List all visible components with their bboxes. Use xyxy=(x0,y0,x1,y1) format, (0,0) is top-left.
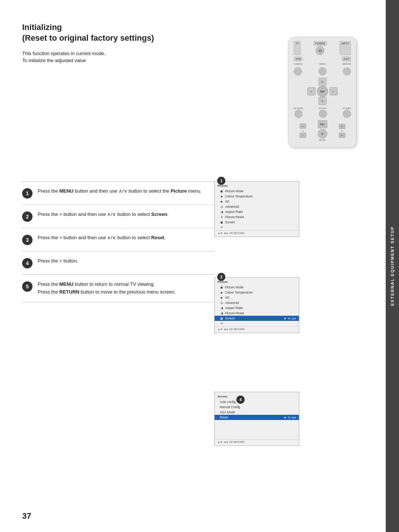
remote-control: TV POWER ⏻ INPUT STB DVD Q.MENU MENU SIM… xyxy=(288,37,362,148)
menu1-item-4: ◎ Advanced xyxy=(215,204,299,209)
xstudio-button[interactable] xyxy=(319,110,327,118)
menu1-item-3: ■ XD xyxy=(215,199,299,204)
sidebar-label-text: External Equipment Setup xyxy=(390,226,395,306)
menu2-item-5: ◑ Aspect Ratio xyxy=(215,305,299,311)
menu1-item-7: ▣ Screen xyxy=(215,220,299,225)
menu2-item-1: ▣ Picture Mode xyxy=(215,285,299,290)
step-2: 2 Press the > button and then use ∧/∨ bu… xyxy=(22,204,214,228)
menu1-item-1: ▣ Picture Mode xyxy=(215,189,299,194)
circle-label-1: 1 xyxy=(217,177,225,185)
step-3-text: Press the > button and then use ∧/∨ butt… xyxy=(38,234,166,242)
page-up-button[interactable]: ∧ xyxy=(339,124,345,129)
circle-label-2: 2 xyxy=(217,273,225,281)
return-button[interactable] xyxy=(294,110,303,118)
menu2-item-2: ■ Colour Temperature xyxy=(215,290,299,295)
return-label: RETURN xyxy=(294,107,303,109)
menu1-header: Picture xyxy=(215,183,299,189)
menu-label: MENU xyxy=(319,63,326,65)
menu-button[interactable] xyxy=(318,67,327,75)
step-3: 3 Press the > button and then use ∧/∨ bu… xyxy=(22,228,214,251)
step-2-text: Press the > button and then use ∧/∨ butt… xyxy=(38,211,168,218)
power-button[interactable]: POWER xyxy=(313,41,327,46)
menu3-item-1: Auto config. xyxy=(215,399,299,404)
remote-body: TV POWER ⏻ INPUT STB DVD Q.MENU MENU SIM… xyxy=(288,37,357,148)
nav-up-button[interactable]: ∧ xyxy=(318,78,327,86)
sidebar-tab: External Equipment Setup xyxy=(386,0,399,532)
menu2-item-7-highlighted: ▣ Screen ► To Set xyxy=(215,316,299,321)
menu2-item-6: ◑ Picture Reset xyxy=(215,311,299,316)
step-4-text: Press the > button. xyxy=(38,257,78,265)
vol-up-button[interactable]: + xyxy=(300,123,306,129)
menu1-footer: ▲▼ ◄► OK RETURN xyxy=(215,230,299,235)
menu3-footer: ▲▼ ◄► OK RETURN xyxy=(215,439,299,444)
xstudio-label: XSTUDIO xyxy=(319,107,327,109)
page-number: 37 xyxy=(22,511,31,521)
menu1-item-5: ◑ Aspect Ratio xyxy=(215,209,299,214)
menu3-header: Screen xyxy=(215,394,299,399)
menu2-footer: ▲▼ ◄► OK RETURN xyxy=(215,326,299,331)
menu2-header: Picture xyxy=(215,279,299,285)
volume-controls: + ◁ − xyxy=(300,123,306,138)
menu3-item-3: XGA Mode xyxy=(215,410,299,415)
nav-pad: ∧ ＜ OK ＞ ∨ xyxy=(294,78,351,105)
menu1-item-8: ↩ xyxy=(215,225,299,230)
vol-down-button[interactable]: − xyxy=(300,133,306,138)
fav-button[interactable]: FAV xyxy=(318,120,327,128)
menu3-item-2: Manual Config. xyxy=(215,404,299,410)
page-controls: ∧ P ∨ xyxy=(339,124,345,138)
simplink-button[interactable] xyxy=(343,67,351,75)
step-5-text: Press the MENU button to return to norma… xyxy=(38,281,176,296)
stb-button[interactable]: STB xyxy=(294,57,303,61)
menu1-item-6: ✦ Picture Reset xyxy=(215,214,299,220)
step-5: 5 Press the MENU button to return to nor… xyxy=(22,274,214,302)
tv-button[interactable]: TV xyxy=(294,41,301,55)
menu2-item-3: ■ XD xyxy=(215,295,299,300)
qmenu-button[interactable] xyxy=(294,67,302,75)
step-1: 1 Press the MENU button and then use ∧/∨… xyxy=(22,181,214,204)
mute-button[interactable]: ✕ xyxy=(318,129,327,139)
step-1-text: Press the MENU button and then use ∧/∨ b… xyxy=(38,187,201,195)
step-number-2: 2 xyxy=(22,211,33,222)
menu2-item-4: ◎ Advanced xyxy=(215,300,299,305)
ok-button[interactable]: OK xyxy=(317,86,328,97)
menu3-item-4-highlighted: Reset ► To Set xyxy=(215,415,299,420)
simplink-label: SIMPLINK xyxy=(342,63,351,65)
nav-down-button[interactable]: ∨ xyxy=(318,97,327,105)
dvd-button[interactable]: DVD xyxy=(342,57,351,61)
mute-label: MUTE xyxy=(319,139,325,141)
qmenu-label: Q.MENU xyxy=(294,63,303,65)
step-4: 4 Press the > button. xyxy=(22,251,214,274)
step-number-5: 5 xyxy=(22,281,33,292)
avmode-button[interactable] xyxy=(343,110,351,118)
nav-right-button[interactable]: ＞ xyxy=(330,87,338,95)
step-number-4: 4 xyxy=(22,258,33,268)
step-number-3: 3 xyxy=(22,235,33,245)
nav-left-button[interactable]: ＜ xyxy=(307,87,316,95)
avmode-label: AV MODE xyxy=(342,107,351,109)
circle-label-4: 4 xyxy=(236,396,245,404)
power-icon[interactable]: ⏻ xyxy=(316,46,324,55)
input-button[interactable]: INPUT xyxy=(340,41,351,55)
page-down-button[interactable]: ∨ xyxy=(339,133,345,138)
steps-section: 1 Press the MENU button and then use ∧/∨… xyxy=(22,181,214,302)
menu1-item-2: ■ Colour Temperature xyxy=(215,194,299,199)
step-number-1: 1 xyxy=(22,188,33,199)
menu2-item-8: ↩ xyxy=(215,321,299,326)
